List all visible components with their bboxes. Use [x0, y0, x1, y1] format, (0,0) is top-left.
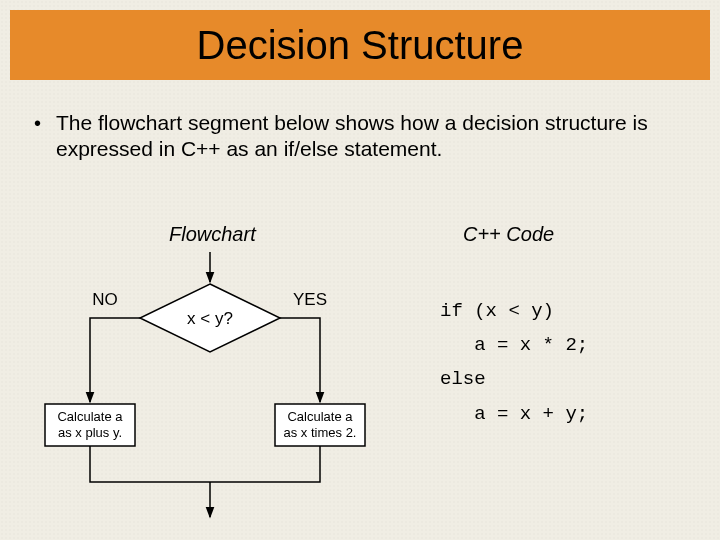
code-line-2: a = x * 2;	[440, 334, 588, 356]
yes-action-line2: as x times 2.	[284, 425, 357, 440]
bullet-item: • The flowchart segment below shows how …	[34, 110, 694, 163]
code-line-3: else	[440, 368, 486, 390]
flowchart-heading: Flowchart	[169, 223, 256, 246]
code-heading: C++ Code	[463, 223, 554, 246]
code-line-4: a = x + y;	[440, 403, 588, 425]
no-action-line2: as x plus y.	[58, 425, 122, 440]
yes-label: YES	[293, 290, 327, 309]
no-label: NO	[92, 290, 118, 309]
yes-action-line1: Calculate a	[287, 409, 353, 424]
no-action-line1: Calculate a	[57, 409, 123, 424]
decision-label: x < y?	[187, 309, 233, 328]
flowchart-diagram: x < y? NO YES Calculate a as x plus y. C…	[20, 252, 390, 527]
code-line-1: if (x < y)	[440, 300, 554, 322]
bullet-text: The flowchart segment below shows how a …	[56, 110, 694, 163]
title-bar: Decision Structure	[10, 10, 710, 80]
code-block: if (x < y) a = x * 2; else a = x + y;	[440, 294, 588, 431]
bullet-dot: •	[34, 110, 56, 136]
slide-title: Decision Structure	[197, 23, 524, 68]
